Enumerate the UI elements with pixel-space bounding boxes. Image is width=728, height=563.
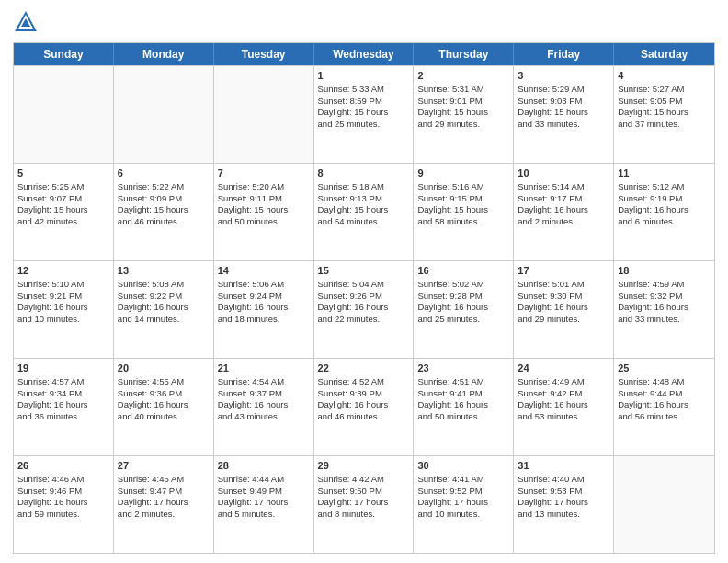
day-number: 24 <box>518 362 609 375</box>
day-cell-18: 18Sunrise: 4:59 AMSunset: 9:32 PMDayligh… <box>614 261 714 358</box>
day-info-line: and 8 minutes. <box>318 509 410 521</box>
day-info-line: Sunset: 9:32 PM <box>618 291 711 303</box>
day-info-line: Daylight: 15 hours <box>417 107 509 119</box>
day-info-line: Daylight: 15 hours <box>17 204 109 216</box>
day-info-line: and 54 minutes. <box>318 216 410 228</box>
day-cell-16: 16Sunrise: 5:02 AMSunset: 9:28 PMDayligh… <box>414 261 514 358</box>
day-info-line: Sunrise: 5:20 AM <box>218 181 310 193</box>
day-info-line: Sunset: 9:46 PM <box>17 486 109 498</box>
day-info-line: Sunset: 9:11 PM <box>218 193 310 205</box>
day-cell-3: 3Sunrise: 5:29 AMSunset: 9:03 PMDaylight… <box>514 66 614 163</box>
header-day-thursday: Thursday <box>414 43 514 65</box>
day-cell-15: 15Sunrise: 5:04 AMSunset: 9:26 PMDayligh… <box>314 261 415 358</box>
logo-icon <box>13 9 39 35</box>
empty-cell <box>14 66 114 163</box>
day-info-line: Sunrise: 4:51 AM <box>417 376 509 388</box>
day-cell-24: 24Sunrise: 4:49 AMSunset: 9:42 PMDayligh… <box>514 359 614 455</box>
day-info-line: and 13 minutes. <box>518 509 609 521</box>
day-cell-2: 2Sunrise: 5:31 AMSunset: 9:01 PMDaylight… <box>414 66 514 163</box>
day-number: 29 <box>318 459 410 473</box>
day-number: 2 <box>417 69 509 83</box>
day-info-line: Daylight: 15 hours <box>318 107 410 119</box>
day-info-line: Sunset: 9:34 PM <box>17 388 109 400</box>
calendar: SundayMondayTuesdayWednesdayThursdayFrid… <box>13 42 715 554</box>
day-info-line: Sunset: 9:41 PM <box>417 388 509 400</box>
day-info-line: Sunset: 9:44 PM <box>618 388 711 400</box>
day-info-line: Sunset: 9:03 PM <box>518 96 609 108</box>
day-cell-12: 12Sunrise: 5:10 AMSunset: 9:21 PMDayligh… <box>14 261 114 358</box>
day-info-line: Sunrise: 4:42 AM <box>318 474 410 486</box>
day-info-line: Sunset: 9:24 PM <box>218 291 310 303</box>
day-info-line: Daylight: 16 hours <box>118 399 210 411</box>
day-info-line: Daylight: 16 hours <box>618 399 711 411</box>
week-row-5: 26Sunrise: 4:46 AMSunset: 9:46 PMDayligh… <box>14 455 714 553</box>
day-info-line: and 43 minutes. <box>218 411 310 423</box>
day-number: 8 <box>318 167 410 180</box>
day-info-line: Daylight: 15 hours <box>417 204 509 216</box>
day-info-line: Sunset: 9:01 PM <box>417 96 509 108</box>
day-info-line: Sunrise: 5:18 AM <box>318 181 410 193</box>
day-number: 7 <box>218 167 310 180</box>
day-number: 18 <box>618 264 711 278</box>
day-info-line: Sunrise: 5:29 AM <box>518 84 609 96</box>
day-cell-10: 10Sunrise: 5:14 AMSunset: 9:17 PMDayligh… <box>514 164 614 260</box>
day-info-line: and 53 minutes. <box>518 411 609 423</box>
calendar-header-row: SundayMondayTuesdayWednesdayThursdayFrid… <box>14 43 714 65</box>
day-info-line: Sunrise: 4:45 AM <box>118 474 210 486</box>
day-info-line: Daylight: 17 hours <box>417 497 509 509</box>
day-cell-26: 26Sunrise: 4:46 AMSunset: 9:46 PMDayligh… <box>14 456 114 553</box>
day-info-line: and 2 minutes. <box>118 509 210 521</box>
day-info-line: Sunrise: 4:52 AM <box>318 376 410 388</box>
day-info-line: and 6 minutes. <box>618 216 711 228</box>
day-number: 27 <box>118 459 210 473</box>
day-info-line: and 37 minutes. <box>618 119 711 131</box>
day-number: 9 <box>417 167 509 180</box>
day-info-line: Sunset: 9:47 PM <box>118 486 210 498</box>
day-info-line: and 59 minutes. <box>17 509 109 521</box>
calendar-body: 1Sunrise: 5:33 AMSunset: 8:59 PMDaylight… <box>14 65 714 553</box>
day-info-line: Daylight: 17 hours <box>118 497 210 509</box>
logo <box>13 9 42 35</box>
day-info-line: and 36 minutes. <box>17 411 109 423</box>
day-cell-1: 1Sunrise: 5:33 AMSunset: 8:59 PMDaylight… <box>314 66 415 163</box>
day-info-line: Sunrise: 5:02 AM <box>417 279 509 291</box>
day-info-line: and 33 minutes. <box>618 314 711 326</box>
day-info-line: Sunrise: 5:06 AM <box>218 279 310 291</box>
day-cell-9: 9Sunrise: 5:16 AMSunset: 9:15 PMDaylight… <box>414 164 514 260</box>
day-info-line: and 10 minutes. <box>17 314 109 326</box>
day-info-line: Daylight: 15 hours <box>218 204 310 216</box>
day-info-line: Daylight: 16 hours <box>518 204 609 216</box>
day-number: 10 <box>518 167 609 180</box>
week-row-2: 5Sunrise: 5:25 AMSunset: 9:07 PMDaylight… <box>14 163 714 260</box>
day-info-line: Sunset: 9:37 PM <box>218 388 310 400</box>
day-info-line: and 46 minutes. <box>118 216 210 228</box>
day-info-line: Sunset: 9:22 PM <box>118 291 210 303</box>
day-cell-30: 30Sunrise: 4:41 AMSunset: 9:52 PMDayligh… <box>414 456 514 553</box>
day-cell-27: 27Sunrise: 4:45 AMSunset: 9:47 PMDayligh… <box>114 456 214 553</box>
day-info-line: Daylight: 16 hours <box>17 399 109 411</box>
day-info-line: Sunset: 9:26 PM <box>318 291 410 303</box>
day-info-line: Sunrise: 4:41 AM <box>417 474 509 486</box>
day-info-line: Daylight: 15 hours <box>518 107 609 119</box>
day-number: 1 <box>318 69 410 83</box>
day-number: 21 <box>218 362 310 375</box>
day-number: 22 <box>318 362 410 375</box>
day-cell-13: 13Sunrise: 5:08 AMSunset: 9:22 PMDayligh… <box>114 261 214 358</box>
day-info-line: Daylight: 16 hours <box>518 302 609 314</box>
header-day-friday: Friday <box>514 43 614 65</box>
day-info-line: and 46 minutes. <box>318 411 410 423</box>
day-number: 30 <box>417 459 509 473</box>
header-day-saturday: Saturday <box>614 43 714 65</box>
day-cell-20: 20Sunrise: 4:55 AMSunset: 9:36 PMDayligh… <box>114 359 214 455</box>
day-info-line: Sunrise: 4:40 AM <box>518 474 609 486</box>
day-info-line: Sunset: 9:21 PM <box>17 291 109 303</box>
day-info-line: Daylight: 16 hours <box>318 302 410 314</box>
day-number: 17 <box>518 264 609 278</box>
day-number: 26 <box>17 459 109 473</box>
day-number: 3 <box>518 69 609 83</box>
day-number: 25 <box>618 362 711 375</box>
day-info-line: Daylight: 16 hours <box>218 302 310 314</box>
week-row-1: 1Sunrise: 5:33 AMSunset: 8:59 PMDaylight… <box>14 65 714 163</box>
day-info-line: Sunrise: 5:04 AM <box>318 279 410 291</box>
day-info-line: and 14 minutes. <box>118 314 210 326</box>
